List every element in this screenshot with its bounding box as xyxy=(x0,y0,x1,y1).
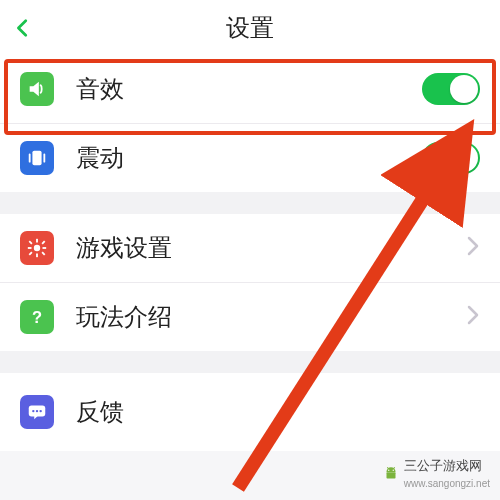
vibrate-icon xyxy=(20,141,54,175)
watermark-url: www.sangongzi.net xyxy=(404,478,490,489)
gear-icon xyxy=(20,231,54,265)
row-sound-label: 音效 xyxy=(76,73,422,105)
watermark: 三公子游戏网 www.sangongzi.net xyxy=(382,457,490,490)
svg-rect-5 xyxy=(43,247,47,249)
svg-rect-4 xyxy=(28,247,32,249)
svg-point-14 xyxy=(39,410,41,412)
svg-rect-0 xyxy=(32,151,41,166)
sound-icon xyxy=(20,72,54,106)
chat-icon xyxy=(20,395,54,429)
section-gap-1 xyxy=(0,192,500,214)
section-gap-2 xyxy=(0,351,500,373)
sound-toggle[interactable] xyxy=(422,73,480,105)
svg-rect-7 xyxy=(41,241,45,245)
svg-point-18 xyxy=(392,469,393,470)
svg-text:?: ? xyxy=(32,308,42,326)
settings-group-1: 音效 震动 xyxy=(0,55,500,192)
row-feedback[interactable]: 反馈 xyxy=(0,373,500,451)
vibrate-toggle[interactable] xyxy=(422,142,480,174)
chevron-right-icon xyxy=(466,305,480,329)
row-vibrate-label: 震动 xyxy=(76,142,422,174)
svg-point-1 xyxy=(34,245,40,251)
svg-line-19 xyxy=(387,467,389,469)
svg-rect-9 xyxy=(41,252,45,256)
svg-line-20 xyxy=(393,467,395,469)
back-button[interactable] xyxy=(12,0,34,55)
settings-group-2: 游戏设置 ? 玩法介绍 xyxy=(0,214,500,351)
svg-point-13 xyxy=(36,410,38,412)
svg-rect-6 xyxy=(29,241,33,245)
svg-rect-8 xyxy=(29,252,33,256)
row-howto-label: 玩法介绍 xyxy=(76,301,466,333)
android-icon xyxy=(382,465,400,483)
row-vibrate[interactable]: 震动 xyxy=(0,124,500,192)
row-sound[interactable]: 音效 xyxy=(0,55,500,124)
header-bar: 设置 xyxy=(0,0,500,55)
svg-rect-3 xyxy=(36,254,38,258)
svg-rect-2 xyxy=(36,239,38,243)
page-title: 设置 xyxy=(226,12,274,44)
watermark-text: 三公子游戏网 xyxy=(404,458,482,473)
back-chevron-icon xyxy=(12,17,34,39)
row-game-label: 游戏设置 xyxy=(76,232,466,264)
svg-point-12 xyxy=(32,410,34,412)
question-icon: ? xyxy=(20,300,54,334)
row-howto[interactable]: ? 玩法介绍 xyxy=(0,283,500,351)
svg-point-17 xyxy=(388,469,389,470)
svg-rect-16 xyxy=(386,472,395,478)
chevron-right-icon xyxy=(466,236,480,260)
row-feedback-label: 反馈 xyxy=(76,396,480,428)
row-game-settings[interactable]: 游戏设置 xyxy=(0,214,500,283)
settings-group-3: 反馈 xyxy=(0,373,500,451)
